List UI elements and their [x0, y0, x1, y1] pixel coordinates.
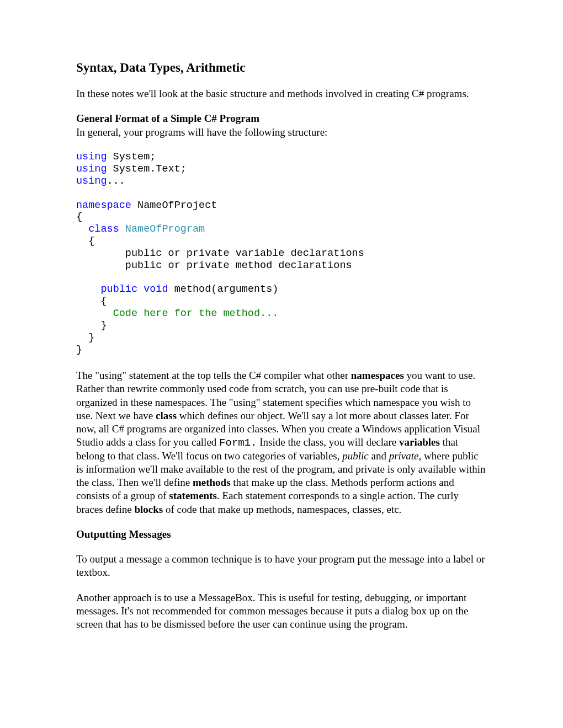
- term-blocks: blocks: [135, 504, 163, 515]
- code-indent: [76, 223, 88, 235]
- term-class: class: [156, 410, 177, 421]
- code-brace: }: [76, 344, 82, 356]
- keyword-void: void: [144, 283, 168, 295]
- intro2-paragraph: In general, your programs will have the …: [76, 126, 488, 139]
- term-methods: methods: [193, 477, 231, 488]
- code-indent: [76, 308, 113, 319]
- code-indent: [76, 283, 100, 295]
- code-comment: Code here for the method...: [113, 308, 279, 319]
- term-private: private: [389, 450, 419, 462]
- keyword-using: using: [76, 175, 107, 187]
- code-brace: {: [76, 296, 107, 307]
- keyword-using: using: [76, 151, 107, 163]
- term-variables: variables: [399, 436, 440, 448]
- explanation-paragraph: The "using" statement at the top tells t…: [76, 369, 488, 516]
- text: of code that make up methods, namespaces…: [163, 504, 401, 515]
- code-text: NameOfProject: [131, 200, 217, 211]
- code-block: using System; using System.Text; using..…: [76, 151, 488, 356]
- text: and: [369, 450, 389, 462]
- page-title: Syntax, Data Types, Arithmetic: [76, 61, 488, 75]
- keyword-public: public: [100, 283, 137, 295]
- text: Inside the class, you will declare: [257, 436, 399, 448]
- code-text: System.Text;: [107, 163, 187, 175]
- section-heading-general-format: General Format of a Simple C# Program: [76, 113, 488, 125]
- code-text: public or private method declarations: [76, 260, 352, 271]
- code-text: method(arguments): [168, 283, 279, 295]
- code-brace: }: [76, 332, 94, 344]
- section-heading-outputting-messages: Outputting Messages: [76, 528, 488, 540]
- term-statements: statements: [169, 490, 217, 501]
- code-space: [119, 223, 125, 235]
- code-text: System;: [107, 151, 156, 163]
- keyword-class: class: [88, 223, 119, 235]
- output-paragraph-2: Another approach is to use a MessageBox.…: [76, 591, 488, 631]
- inline-code-form1: Form1.: [219, 437, 257, 449]
- code-text: public or private variable declarations: [76, 248, 364, 259]
- text: The "using" statement at the top tells t…: [76, 370, 351, 381]
- keyword-using: using: [76, 163, 107, 175]
- term-namespaces: namespaces: [351, 370, 404, 381]
- code-brace: {: [76, 211, 82, 223]
- code-space: [137, 283, 144, 295]
- keyword-namespace: namespace: [76, 200, 131, 211]
- term-public: public: [342, 450, 369, 462]
- intro-paragraph: In these notes we'll look at the basic s…: [76, 87, 488, 100]
- code-brace: }: [76, 320, 107, 331]
- code-brace: {: [76, 235, 94, 247]
- document-page: Syntax, Data Types, Arithmetic In these …: [0, 0, 563, 631]
- code-text: ...: [107, 175, 125, 187]
- class-name: NameOfProgram: [125, 223, 205, 235]
- output-paragraph-1: To output a message a common technique i…: [76, 553, 488, 579]
